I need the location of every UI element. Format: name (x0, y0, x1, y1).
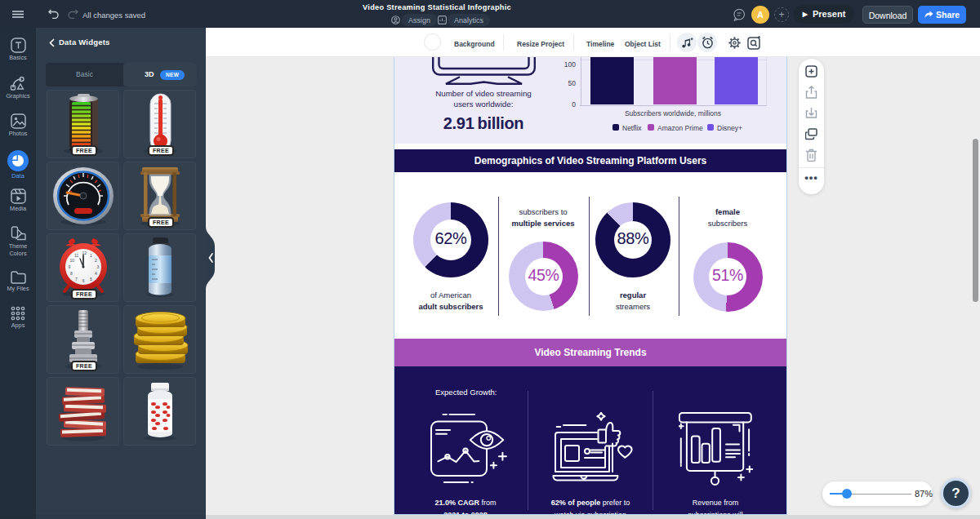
svg-text:1: 1 (90, 253, 92, 258)
svg-text:3: 3 (97, 264, 100, 269)
svg-text:8: 8 (70, 271, 73, 276)
svg-text:7: 7 (75, 277, 78, 282)
svg-text:9: 9 (69, 264, 71, 269)
svg-text:6: 6 (82, 278, 85, 283)
svg-text:4: 4 (95, 271, 97, 276)
svg-text:10: 10 (70, 258, 75, 263)
svg-text:2: 2 (95, 258, 97, 263)
svg-text:5: 5 (90, 277, 92, 282)
svg-text:11: 11 (74, 253, 78, 258)
svg-text:12: 12 (82, 251, 87, 255)
